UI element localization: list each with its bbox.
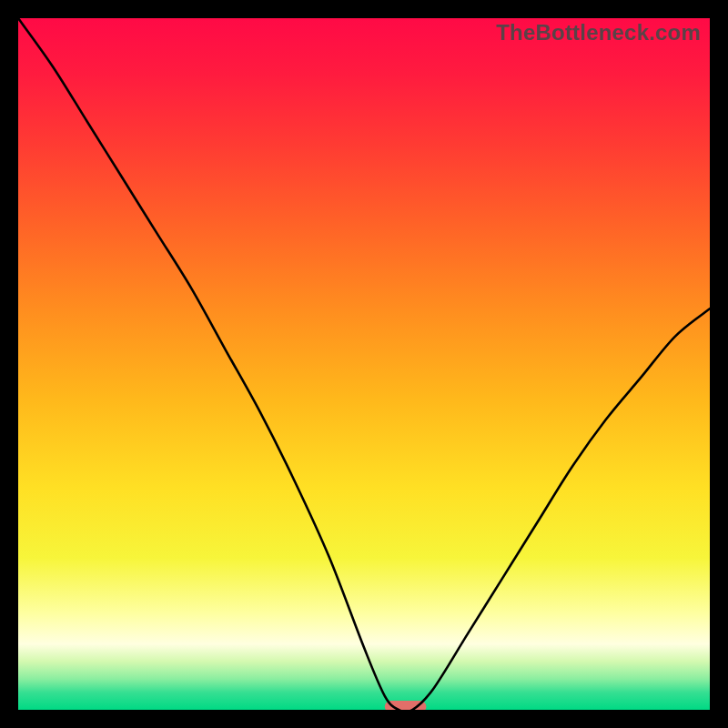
plot-area: TheBottleneck.com xyxy=(18,18,710,710)
watermark-text: TheBottleneck.com xyxy=(496,20,701,46)
chart-svg xyxy=(18,18,710,710)
gradient-background xyxy=(18,18,710,710)
chart-frame: TheBottleneck.com xyxy=(0,0,728,728)
